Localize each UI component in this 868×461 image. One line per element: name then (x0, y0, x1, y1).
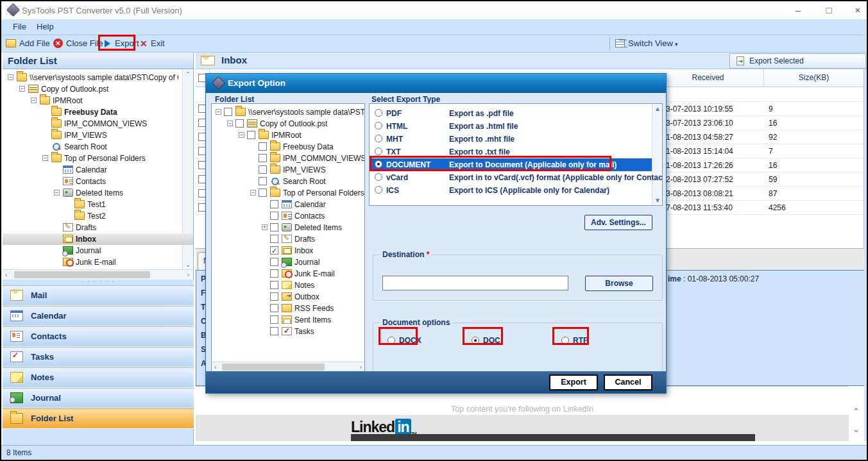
tree-item[interactable]: Test1 (3, 199, 193, 210)
tree-expander-icon[interactable]: − (54, 190, 60, 196)
tree-checkbox[interactable] (224, 108, 232, 116)
dialog-tree-item[interactable]: Search Root (212, 176, 364, 187)
tree-item[interactable]: IPM_COMMON_VIEWS (3, 118, 193, 130)
panel-splitter[interactable]: · · · · · · (3, 280, 194, 285)
switch-view-button[interactable]: Switch View (628, 38, 673, 48)
tree-checkbox[interactable] (270, 281, 278, 289)
close-button[interactable]: × (848, 5, 867, 17)
tree-checkbox[interactable] (259, 154, 267, 162)
ad-scrollbar[interactable]: ⌃ ⌄ (849, 386, 864, 441)
sidebar-item-contacts[interactable]: Contacts (3, 326, 194, 346)
tree-item[interactable]: IPM_VIEWS (3, 130, 193, 141)
column-received[interactable]: Received (652, 73, 763, 82)
dialog-cancel-button[interactable]: Cancel (604, 374, 652, 390)
dialog-tree-item[interactable]: ✓Inbox (212, 245, 364, 256)
tree-item[interactable]: Junk E-mail (3, 256, 193, 268)
dialog-tree-hscrollbar[interactable]: ‹ › (212, 362, 364, 372)
menu-help[interactable]: Help (37, 22, 54, 31)
column-size[interactable]: Size(KB) (763, 73, 864, 82)
tree-expander-icon[interactable]: − (227, 121, 233, 126)
sidebar-item-journal[interactable]: Journal (3, 388, 194, 408)
dialog-tree-item[interactable]: Notes (212, 280, 364, 291)
sidebar-item-folder-list[interactable]: Folder List (3, 408, 194, 428)
tree-item[interactable]: Freebusy Data (3, 106, 193, 118)
tree-checkbox[interactable] (259, 165, 267, 174)
tree-item[interactable]: −Top of Personal Folders (3, 153, 193, 164)
scroll-down-icon[interactable]: ⌄ (853, 424, 860, 434)
sidebar-item-notes[interactable]: Notes (3, 367, 194, 387)
export-type-radio[interactable] (375, 173, 382, 181)
dialog-tree-item[interactable]: Drafts (212, 233, 364, 245)
tree-item[interactable]: Calendar (3, 164, 193, 176)
maximize-button[interactable]: □ (819, 5, 838, 17)
tree-item[interactable]: −IPMRoot (3, 95, 193, 106)
tree-checkbox[interactable] (259, 177, 267, 185)
dialog-tree-item[interactable]: Freebusy Data (212, 141, 364, 153)
dialog-tree-item[interactable]: −\\server\systools sample data\PST\ (212, 106, 364, 118)
export-type-row[interactable]: vCardExport in to vCard(.vcf) format (Ap… (370, 171, 652, 184)
tree-checkbox[interactable] (270, 212, 278, 220)
list-vscrollbar[interactable]: ▲ ▼ (652, 104, 662, 205)
dialog-tree-item[interactable]: Junk E-mail (212, 268, 364, 280)
dialog-tree-item[interactable]: +Deleted Items (212, 222, 364, 233)
export-type-radio[interactable] (375, 109, 382, 117)
exit-button[interactable]: Exit (151, 38, 165, 48)
tree-expander-icon[interactable]: − (19, 86, 25, 92)
tree-checkbox[interactable] (270, 292, 278, 301)
dialog-tree-item[interactable]: Outbox (212, 291, 364, 303)
sidebar-item-tasks[interactable]: Tasks (3, 347, 194, 367)
tree-expander-icon[interactable]: − (216, 109, 221, 115)
tree-expander-icon[interactable]: + (262, 224, 268, 230)
tree-checkbox[interactable] (270, 327, 278, 335)
dialog-tree-item[interactable]: Journal (212, 256, 364, 268)
dialog-tree-item[interactable]: −Copy of Outlook.pst (212, 118, 364, 130)
tree-checkbox[interactable]: ✓ (270, 246, 278, 255)
dialog-tree-item[interactable]: IPM_COMMON_VIEWS (212, 153, 364, 164)
sidebar-item-mail[interactable]: Mail (3, 285, 194, 305)
export-type-row[interactable]: HTMLExport as .html file (370, 120, 652, 133)
sidebar-item-calendar[interactable]: Calendar (3, 306, 194, 326)
tree-expander-icon[interactable]: − (31, 97, 37, 103)
tree-expander-icon[interactable]: − (239, 132, 244, 138)
export-type-radio[interactable] (375, 122, 382, 130)
dialog-tree-item[interactable]: Calendar (212, 199, 364, 210)
tree-item[interactable]: Contacts (3, 176, 193, 187)
adv-settings-button[interactable]: Adv. Settings... (584, 215, 652, 230)
tree-checkbox[interactable] (270, 304, 278, 312)
dialog-tree-item[interactable]: −IPMRoot (212, 130, 364, 141)
scroll-up-icon[interactable]: ⌃ (853, 407, 860, 416)
dialog-tree-item[interactable]: RSS Feeds (212, 303, 364, 314)
export-type-row[interactable]: ICSExport to ICS (Applicable only for Ca… (370, 184, 652, 197)
browse-button[interactable]: Browse (585, 276, 653, 291)
tree-checkbox[interactable] (270, 315, 278, 324)
export-type-row[interactable]: PDFExport as .pdf file (370, 107, 652, 120)
tree-item[interactable]: −Copy of Outlook.pst (3, 83, 193, 95)
tree-checkbox[interactable] (235, 119, 244, 128)
tree-checkbox[interactable] (259, 142, 267, 151)
tree-item[interactable]: Journal (3, 245, 193, 256)
tree-item[interactable]: Search Root (3, 141, 193, 153)
tree-item[interactable]: −Deleted Items (3, 187, 193, 199)
menu-file[interactable]: File (13, 22, 26, 31)
export-type-radio[interactable] (375, 186, 382, 194)
tree-item[interactable]: Test2 (3, 210, 193, 222)
dialog-tree-item[interactable]: Tasks (212, 326, 364, 337)
tree-expander-icon[interactable]: − (42, 155, 48, 161)
tree-checkbox[interactable] (270, 269, 278, 278)
tree-item[interactable]: −\\server\systools sample data\PST\Copy … (3, 72, 193, 83)
dialog-export-button[interactable]: Export (549, 374, 598, 390)
tree-checkbox[interactable] (270, 223, 278, 231)
destination-input[interactable] (382, 276, 568, 290)
dialog-tree-item[interactable]: Sent Items (212, 314, 364, 326)
tree-checkbox[interactable] (247, 131, 255, 139)
export-type-radio[interactable] (375, 147, 382, 155)
tree-checkbox[interactable] (270, 235, 278, 243)
ad-banner[interactable]: LinkedinTM (196, 415, 849, 441)
minimize-button[interactable]: – (788, 5, 808, 17)
tree-expander-icon[interactable]: − (250, 190, 256, 196)
dialog-tree-item[interactable]: IPM_VIEWS (212, 164, 364, 176)
dialog-tree-item[interactable]: Contacts (212, 210, 364, 222)
export-selected-button[interactable]: Export Selected (729, 53, 866, 69)
export-type-row[interactable]: MHTExport to .mht file (370, 133, 652, 146)
tree-item[interactable]: Inbox (3, 233, 193, 245)
